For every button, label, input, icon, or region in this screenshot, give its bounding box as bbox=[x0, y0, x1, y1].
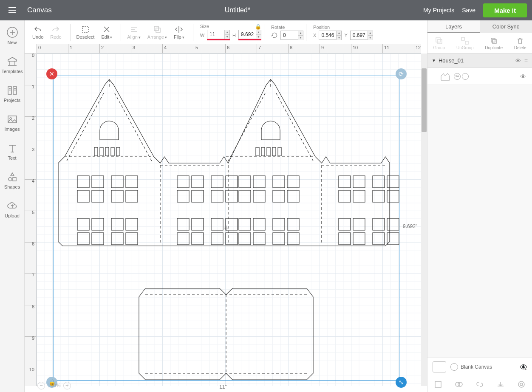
text-icon bbox=[7, 143, 18, 154]
edit-toolbar: Undo Redo Deselect Edit Align Arrange Fl… bbox=[25, 20, 427, 44]
svg-rect-21 bbox=[94, 147, 98, 156]
ruler-horizontal: 0123456789101112 bbox=[37, 44, 421, 54]
canvas-hidden-icon[interactable]: 👁‍🗨 bbox=[520, 364, 527, 370]
svg-rect-27 bbox=[261, 147, 265, 156]
rail-text[interactable]: Text bbox=[0, 143, 24, 161]
save-link[interactable]: Save bbox=[462, 7, 475, 14]
tab-layers[interactable]: Layers bbox=[427, 20, 480, 33]
svg-rect-57 bbox=[339, 190, 351, 202]
layer-header[interactable]: ▼ House_01 👁 ≡ bbox=[427, 54, 532, 68]
x-input[interactable]: ▲▼ bbox=[319, 31, 342, 40]
canvas-row[interactable]: Blank Canvas 👁‍🗨 bbox=[427, 358, 532, 376]
align-icon bbox=[130, 25, 138, 34]
layer-item[interactable]: ✂ 👁 bbox=[427, 68, 532, 85]
zoom-controls: − 100% + bbox=[37, 381, 71, 390]
svg-rect-54 bbox=[287, 190, 299, 202]
rotate-icon bbox=[271, 32, 278, 39]
tab-color-sync[interactable]: Color Sync bbox=[480, 20, 532, 33]
linetype-icon[interactable]: ✂ bbox=[454, 73, 461, 80]
svg-rect-8 bbox=[154, 26, 158, 31]
svg-rect-75 bbox=[211, 218, 223, 230]
svg-rect-55 bbox=[339, 176, 351, 188]
svg-rect-34 bbox=[92, 190, 104, 202]
svg-rect-58 bbox=[353, 190, 365, 202]
layer-menu-icon[interactable]: ≡ bbox=[524, 57, 528, 64]
y-input[interactable]: ▲▼ bbox=[350, 31, 373, 40]
svg-rect-56 bbox=[353, 176, 365, 188]
rail-projects[interactable]: Projects bbox=[0, 85, 24, 103]
deselect-button[interactable]: Deselect bbox=[76, 25, 95, 39]
svg-rect-12 bbox=[461, 37, 464, 40]
svg-rect-33 bbox=[77, 190, 89, 202]
svg-rect-9 bbox=[156, 28, 160, 32]
undo-button[interactable]: Undo bbox=[32, 25, 43, 39]
edit-icon bbox=[102, 25, 111, 34]
undo-icon bbox=[34, 25, 42, 34]
svg-rect-38 bbox=[126, 190, 138, 202]
arrange-dropdown[interactable]: Arrange bbox=[147, 25, 167, 39]
redo-button[interactable]: Redo bbox=[50, 25, 61, 39]
svg-point-5 bbox=[8, 178, 12, 181]
svg-rect-71 bbox=[177, 218, 189, 230]
rail-new[interactable]: New bbox=[0, 26, 24, 45]
svg-rect-44 bbox=[226, 176, 238, 188]
svg-rect-46 bbox=[226, 190, 238, 202]
align-dropdown[interactable]: Align bbox=[127, 25, 140, 39]
layer-visibility-icon[interactable]: 👁 bbox=[520, 73, 526, 80]
svg-rect-82 bbox=[253, 233, 265, 245]
layer-name: House_01 bbox=[439, 57, 464, 64]
layer-thumb-icon bbox=[440, 72, 452, 81]
svg-rect-62 bbox=[387, 190, 399, 202]
duplicate-icon bbox=[490, 37, 498, 45]
svg-rect-86 bbox=[287, 233, 299, 245]
ungroup-button[interactable]: UnGroup bbox=[456, 37, 474, 50]
width-input[interactable]: ▲▼ bbox=[207, 30, 230, 40]
vertical-scrollbar[interactable] bbox=[421, 54, 427, 386]
document-title: Untitled* bbox=[52, 6, 423, 14]
my-projects-link[interactable]: My Projects bbox=[423, 7, 454, 14]
layers-panel: Layers Color Sync Group UnGroup Duplicat… bbox=[427, 20, 532, 392]
canvas-grid[interactable]: ✕ ⟳ 🔒 ⤡ + bbox=[37, 54, 421, 386]
group-button[interactable]: Group bbox=[433, 37, 445, 50]
duplicate-button[interactable]: Duplicate bbox=[485, 37, 503, 50]
height-input[interactable]: ▲▼ bbox=[238, 30, 261, 40]
rail-upload[interactable]: Upload bbox=[0, 200, 24, 218]
svg-point-19 bbox=[518, 381, 524, 387]
flip-dropdown[interactable]: Flip bbox=[174, 25, 184, 39]
position-fields: Position X ▲▼ Y ▲▼ bbox=[313, 25, 373, 40]
svg-rect-88 bbox=[353, 218, 365, 230]
svg-rect-53 bbox=[273, 190, 285, 202]
attach-icon[interactable] bbox=[475, 380, 484, 389]
canvas-swatch[interactable] bbox=[433, 361, 446, 372]
make-it-button[interactable]: Make It bbox=[483, 3, 527, 17]
svg-rect-74 bbox=[192, 233, 204, 245]
flatten-icon[interactable] bbox=[496, 380, 505, 389]
slice-icon[interactable] bbox=[434, 380, 442, 389]
svg-rect-72 bbox=[192, 218, 204, 230]
svg-rect-50 bbox=[253, 190, 265, 202]
delete-button[interactable]: Delete bbox=[514, 37, 526, 50]
svg-rect-45 bbox=[211, 190, 223, 202]
rail-templates[interactable]: Templates bbox=[0, 56, 24, 74]
rail-shapes[interactable]: Shapes bbox=[0, 172, 24, 189]
svg-rect-81 bbox=[239, 233, 251, 245]
svg-rect-25 bbox=[116, 147, 120, 156]
svg-rect-35 bbox=[111, 176, 123, 188]
svg-rect-1 bbox=[8, 87, 11, 94]
rail-images[interactable]: Images bbox=[0, 114, 24, 132]
edit-dropdown[interactable]: Edit bbox=[101, 25, 112, 39]
svg-rect-70 bbox=[126, 233, 138, 245]
zoom-out-button[interactable]: − bbox=[37, 382, 45, 389]
layer-color-swatch[interactable] bbox=[462, 73, 469, 80]
zoom-in-button[interactable]: + bbox=[63, 382, 71, 389]
canvas-area: 0123456789101112 0123456789101112 ✕ ⟳ 🔒 … bbox=[25, 44, 427, 392]
rotate-input[interactable]: ▲▼ bbox=[280, 31, 303, 40]
menu-button[interactable] bbox=[0, 0, 25, 20]
layer-tools bbox=[427, 376, 532, 392]
contour-icon[interactable] bbox=[517, 380, 526, 389]
weld-icon[interactable] bbox=[455, 380, 463, 389]
visibility-icon[interactable]: 👁 bbox=[515, 57, 521, 64]
selection-box[interactable]: ✕ ⟳ 🔒 ⤡ + bbox=[54, 76, 399, 381]
zoom-value: 100% bbox=[48, 383, 61, 389]
svg-rect-42 bbox=[192, 190, 204, 202]
